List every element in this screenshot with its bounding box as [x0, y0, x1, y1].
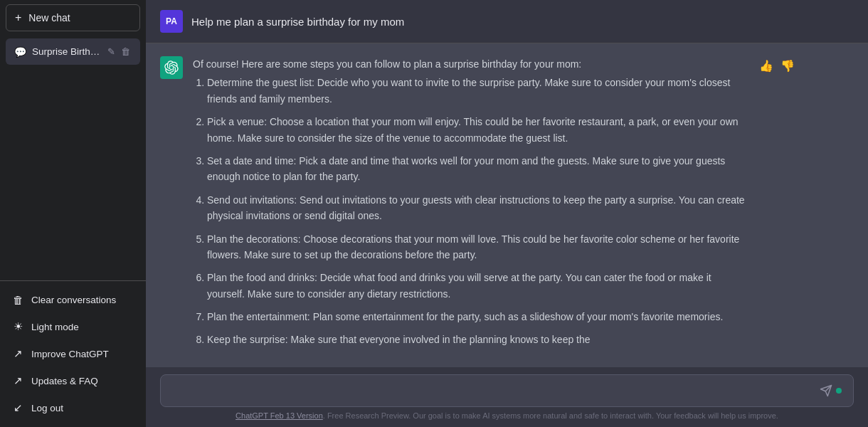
- sidebar-item-clear[interactable]: 🗑 Clear conversations: [0, 287, 146, 313]
- assistant-intro: Of course! Here are some steps you can f…: [193, 56, 748, 72]
- sidebar: + New chat 💬 Surprise Birthday Planni ✎ …: [0, 0, 146, 427]
- logout-label: Log out: [31, 403, 63, 413]
- assistant-message: Of course! Here are some steps you can f…: [146, 43, 868, 367]
- edit-chat-button[interactable]: ✎: [106, 45, 117, 58]
- send-icon: [820, 384, 832, 397]
- chat-history: 💬 Surprise Birthday Planni ✎ 🗑: [0, 36, 146, 280]
- assistant-message-content: Of course! Here are some steps you can f…: [193, 56, 748, 355]
- messages-container: Of course! Here are some steps you can f…: [146, 43, 868, 367]
- clear-icon: 🗑: [11, 294, 24, 306]
- send-button[interactable]: [818, 383, 843, 399]
- input-area: ChatGPT Feb 13 Version. Free Research Pr…: [146, 367, 868, 427]
- main-content: PA Help me plan a surprise birthday for …: [146, 0, 868, 427]
- logout-icon: ↙: [11, 401, 24, 414]
- chat-input[interactable]: [171, 382, 818, 399]
- step-item: Plan the food and drinks: Decide what fo…: [207, 270, 748, 302]
- plus-icon: +: [15, 12, 21, 23]
- sidebar-item-logout[interactable]: ↙ Log out: [0, 394, 146, 421]
- gpt-avatar: [160, 56, 183, 79]
- step-item: Plan the decorations: Choose decorations…: [207, 231, 748, 263]
- sidebar-item-updates[interactable]: ↗ Updates & FAQ: [0, 367, 146, 394]
- avatar-initials: PA: [166, 16, 177, 26]
- updates-label: Updates & FAQ: [31, 376, 98, 386]
- chat-item-actions: ✎ 🗑: [106, 45, 132, 58]
- updates-icon: ↗: [11, 374, 24, 387]
- improve-label: Improve ChatGPT: [31, 349, 109, 359]
- light-mode-icon: ☀: [11, 320, 24, 333]
- new-chat-label: New chat: [28, 12, 70, 23]
- new-chat-button[interactable]: + New chat: [6, 4, 140, 31]
- footer-body: . Free Research Preview. Our goal is to …: [323, 411, 778, 420]
- step-item: Keep the surprise: Make sure that everyo…: [207, 332, 748, 347]
- step-item: Pick a venue: Choose a location that you…: [207, 114, 748, 146]
- improve-icon: ↗: [11, 347, 24, 360]
- message-actions: 👍 👎: [758, 58, 796, 74]
- step-item: Send out invitations: Send out invitatio…: [207, 192, 748, 224]
- step-item: Set a date and time: Pick a date and tim…: [207, 153, 748, 185]
- chat-title: Help me plan a surprise birthday for my …: [191, 16, 404, 28]
- status-dot: [836, 388, 842, 394]
- thumbs-up-button[interactable]: 👍: [758, 58, 775, 74]
- sidebar-item-improve[interactable]: ↗ Improve ChatGPT: [0, 340, 146, 367]
- footer-text: ChatGPT Feb 13 Version. Free Research Pr…: [160, 407, 854, 423]
- avatar: PA: [160, 10, 183, 33]
- step-item: Determine the guest list: Decide who you…: [207, 75, 748, 107]
- sidebar-bottom: 🗑 Clear conversations ☀ Light mode ↗ Imp…: [0, 280, 146, 427]
- chat-header: PA Help me plan a surprise birthday for …: [146, 0, 868, 43]
- chat-icon: 💬: [14, 46, 26, 58]
- footer-link[interactable]: ChatGPT Feb 13 Version: [235, 411, 323, 420]
- chat-item-label: Surprise Birthday Planni: [32, 46, 100, 57]
- input-wrapper: [160, 374, 854, 407]
- thumbs-down-button[interactable]: 👎: [779, 58, 796, 74]
- step-item: Plan the entertainment: Plan some entert…: [207, 309, 748, 325]
- light-mode-label: Light mode: [31, 322, 79, 332]
- clear-label: Clear conversations: [31, 295, 116, 305]
- chat-history-item[interactable]: 💬 Surprise Birthday Planni ✎ 🗑: [6, 38, 140, 65]
- delete-chat-button[interactable]: 🗑: [120, 45, 132, 58]
- steps-list: Determine the guest list: Decide who you…: [193, 75, 748, 347]
- sidebar-item-light-mode[interactable]: ☀ Light mode: [0, 313, 146, 340]
